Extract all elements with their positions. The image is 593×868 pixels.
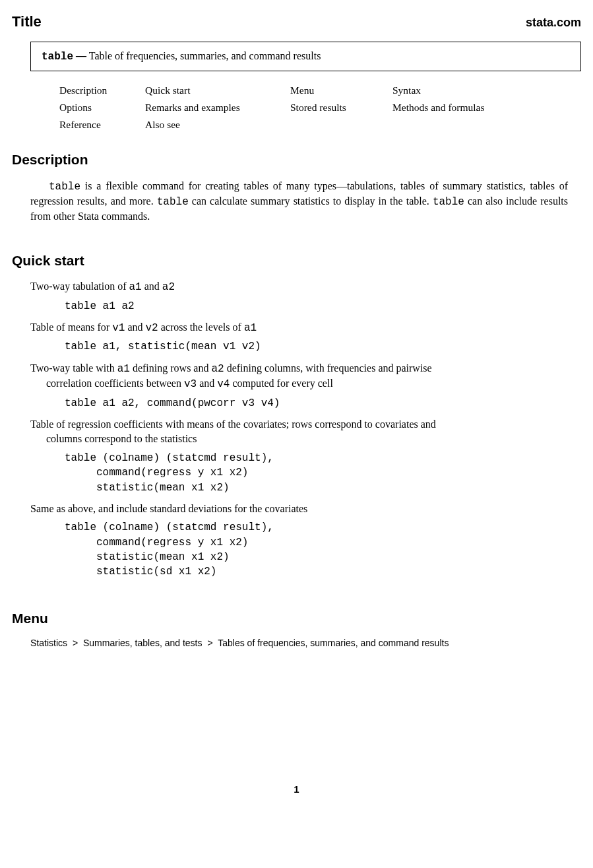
qs-item-2: Table of means for v1 and v2 across the … (30, 320, 581, 354)
page-title: Title (12, 12, 42, 32)
menu-step-2: Summaries, tables, and tests (83, 638, 203, 648)
menu-sep-1: > (70, 638, 80, 648)
qs-code-5: table (colname) (statcmd result), comman… (65, 520, 581, 580)
title-command: table (42, 51, 73, 63)
qs-item-5: Same as above, and include standard devi… (30, 502, 581, 580)
page-number: 1 (12, 782, 581, 796)
title-text: Table of frequencies, summaries, and com… (89, 50, 321, 61)
qs-code-2: table a1, statistic(mean v1 v2) (65, 339, 581, 354)
qs-code-3: table a1 a2, command(pwcorr v3 v4) (65, 396, 581, 411)
menu-step-3: Tables of frequencies, summaries, and co… (218, 638, 449, 648)
menu-path: Statistics > Summaries, tables, and test… (30, 637, 581, 650)
page-header: Title stata.com (12, 12, 581, 32)
nav-quick-start[interactable]: Quick start (145, 83, 290, 98)
section-description-heading: Description (12, 150, 581, 169)
desc-cmd-1: table (49, 181, 80, 193)
section-quickstart-heading: Quick start (12, 251, 581, 270)
desc-cmd-2: table (157, 196, 189, 208)
site-link[interactable]: stata.com (526, 15, 581, 31)
title-box: table — Table of frequencies, summaries,… (30, 42, 581, 71)
section-menu-heading: Menu (12, 609, 581, 628)
nav-description[interactable]: Description (59, 83, 145, 98)
nav-options[interactable]: Options (59, 100, 145, 115)
qs-code-4: table (colname) (statcmd result), comman… (65, 451, 581, 495)
nav-menu[interactable]: Menu (290, 83, 392, 98)
description-paragraph: table is a flexible command for creating… (30, 179, 568, 224)
nav-stored-results[interactable]: Stored results (290, 100, 392, 115)
qs-item-4: Table of regression coefficients with me… (30, 417, 581, 495)
nav-remarks[interactable]: Remarks and examples (145, 100, 290, 115)
menu-sep-2: > (204, 638, 215, 648)
nav-methods[interactable]: Methods and formulas (392, 100, 524, 115)
nav-reference[interactable]: Reference (59, 117, 145, 132)
nav-syntax[interactable]: Syntax (392, 83, 524, 98)
qs-item-1: Two-way tabulation of a1 and a2 table a1… (30, 279, 581, 314)
nav-also-see[interactable]: Also see (145, 117, 290, 132)
qs-item-3: Two-way table with a1 defining rows and … (30, 361, 581, 411)
menu-step-1: Statistics (30, 638, 67, 648)
qs-code-1: table a1 a2 (65, 299, 581, 314)
contents-nav: Description Quick start Menu Syntax Opti… (59, 83, 581, 131)
title-dash: — (76, 50, 86, 61)
desc-cmd-3: table (433, 196, 464, 208)
